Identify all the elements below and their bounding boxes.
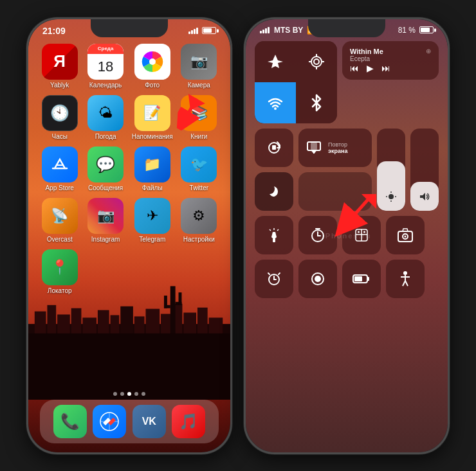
dock-music[interactable]: 🎵 [172, 405, 205, 438]
svg-rect-8 [120, 306, 133, 336]
cellular-tile[interactable] [296, 41, 337, 82]
rotation-lock-tile[interactable] [255, 129, 293, 167]
phone-app-icon: 📞 [53, 405, 87, 438]
next-track-button[interactable]: ⏭ [381, 63, 390, 73]
app-appstore[interactable]: App Store [40, 147, 79, 191]
cc-carrier: MTS BY [274, 26, 303, 35]
app-locator[interactable]: 📍 Локатор [40, 249, 79, 294]
app-overcast[interactable]: 📡 Overcast [40, 198, 79, 243]
control-center-bg: MTS BY 📶 81 % [246, 19, 448, 452]
mirror-label-bottom: экрана [328, 148, 347, 154]
dock-safari[interactable] [93, 405, 126, 438]
app-label-appstore: App Store [45, 184, 73, 191]
brightness-slider[interactable] [377, 129, 405, 211]
signal-bar-4 [196, 28, 198, 34]
home-screen: 21:09 [28, 19, 230, 452]
app-label-files: Файлы [142, 184, 163, 191]
app-label-telegram: Telegram [139, 236, 165, 243]
svg-point-74 [403, 271, 407, 275]
notch [91, 19, 168, 37]
app-messages[interactable]: 💬 Сообщения [86, 147, 125, 191]
red-arrow-2 [333, 193, 378, 240]
airplane-tile[interactable] [255, 41, 296, 82]
svg-line-51 [277, 229, 279, 231]
app-label-camera: Камера [188, 82, 210, 89]
svg-rect-3 [57, 314, 70, 336]
dock-vk[interactable]: VK [133, 405, 166, 438]
svg-marker-47 [420, 193, 425, 200]
safari-app-icon [93, 405, 126, 438]
volume-slider[interactable] [410, 129, 439, 211]
connectivity-block [255, 41, 337, 123]
svg-rect-7 [111, 315, 120, 336]
status-bar: 21:09 [28, 19, 230, 39]
app-settings[interactable]: ⚙ Настройки [179, 198, 219, 243]
wifi-tile[interactable] [255, 82, 296, 123]
music-artist: Ecepta [350, 55, 383, 62]
svg-rect-6 [98, 310, 109, 336]
screen-record-tile[interactable] [298, 260, 337, 298]
page-dot-4 [134, 392, 138, 396]
svg-line-78 [405, 281, 408, 286]
alarm-tile[interactable] [255, 260, 293, 298]
accessibility-tile[interactable] [386, 260, 425, 298]
airplay-icon[interactable]: ⊕ [426, 48, 431, 55]
screen-mirror-tile[interactable]: Повтор экрана [298, 129, 372, 167]
svg-point-70 [315, 276, 321, 282]
app-label-twitter: Twitter [190, 184, 208, 191]
app-yablyk[interactable]: Я Yablyk [40, 44, 79, 89]
signal-bar-2 [191, 30, 193, 34]
svg-rect-21 [28, 333, 230, 399]
cc-row-1: Within Me Ecepta ⊕ ⏮ ▶ ⏭ [255, 41, 439, 123]
app-calendar[interactable]: Среда 18 Календарь [86, 44, 125, 89]
app-telegram[interactable]: ✈ Telegram [132, 198, 173, 243]
do-not-disturb-tile[interactable] [255, 172, 293, 211]
prev-track-button[interactable]: ⏮ [350, 63, 359, 73]
music-controls: ⏮ ▶ ⏭ [350, 63, 431, 73]
app-empty-3 [179, 249, 219, 294]
app-twitter[interactable]: 🐦 Twitter [179, 147, 219, 191]
cc-battery-icon [419, 26, 434, 33]
play-pause-button[interactable]: ▶ [367, 63, 374, 73]
empty-slot-2 [134, 249, 170, 285]
app-files[interactable]: 📁 Файлы [132, 147, 173, 191]
app-empty-1 [86, 249, 125, 294]
locator-icon: 📍 [42, 249, 78, 285]
app-label-clock: Часы [51, 133, 67, 140]
calendar-icon: Среда 18 [87, 44, 124, 80]
music-app-icon: 🎵 [172, 405, 205, 438]
svg-rect-4 [71, 308, 82, 336]
dock-phone[interactable]: 📞 [53, 405, 87, 438]
brightness-icon [385, 191, 397, 204]
app-empty-2 [132, 249, 173, 294]
overcast-icon: 📡 [42, 198, 78, 234]
yablyk-icon: Я [42, 44, 78, 80]
signal-bar-3 [194, 29, 196, 34]
timer-tile[interactable] [298, 216, 337, 254]
phone-1: 21:09 [26, 17, 232, 454]
app-notes[interactable]: 📝 Напоминания [132, 95, 173, 140]
app-label-settings: Настройки [183, 236, 215, 243]
app-clock[interactable]: 🕙 Часы [40, 95, 79, 140]
svg-line-68 [279, 273, 280, 274]
page-dot-1 [113, 392, 117, 396]
telegram-icon: ✈ [134, 198, 170, 234]
app-weather[interactable]: 🌤 Погода [86, 95, 125, 140]
app-camera[interactable]: 📷 Камера [179, 44, 219, 89]
photo-capture-tile[interactable] [386, 216, 425, 254]
music-title: Within Me [350, 48, 383, 55]
music-tile: Within Me Ecepta ⊕ ⏮ ▶ ⏭ [342, 41, 439, 80]
cc-signal-bars [260, 27, 270, 33]
svg-rect-14 [197, 307, 208, 336]
torch-tile[interactable] [255, 216, 293, 254]
cc-row-4 [255, 260, 439, 298]
app-label-overcast: Overcast [47, 236, 73, 243]
bluetooth-tile[interactable] [296, 82, 337, 123]
notes-icon: 📝 [134, 95, 170, 131]
low-power-tile[interactable] [342, 260, 381, 298]
settings-icon: ⚙ [181, 198, 217, 234]
app-instagram[interactable]: 📷 Instagram [86, 198, 125, 243]
cc-grid: Within Me Ecepta ⊕ ⏮ ▶ ⏭ [246, 39, 448, 301]
app-photos[interactable]: Фото [132, 44, 173, 89]
svg-rect-48 [273, 238, 275, 242]
